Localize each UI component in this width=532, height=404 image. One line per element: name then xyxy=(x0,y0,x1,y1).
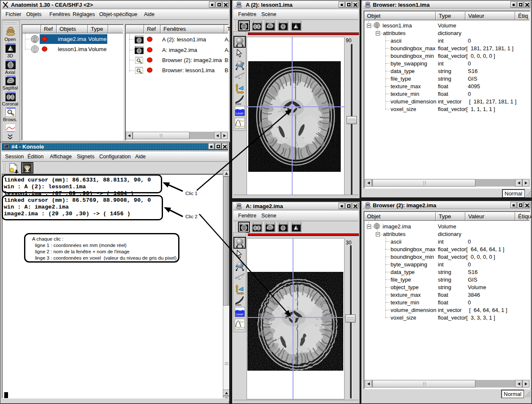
svg-text:Draw: Draw xyxy=(235,304,242,306)
svg-text:Dye: Dye xyxy=(240,320,244,323)
svg-text:Segment: Segment xyxy=(236,326,244,328)
svg-text:Draw: Draw xyxy=(235,103,242,105)
svg-text:Level: Level xyxy=(236,312,243,316)
svg-text:Dye: Dye xyxy=(240,119,244,122)
svg-text:Level: Level xyxy=(236,111,243,115)
svg-text:Segment: Segment xyxy=(236,125,244,127)
